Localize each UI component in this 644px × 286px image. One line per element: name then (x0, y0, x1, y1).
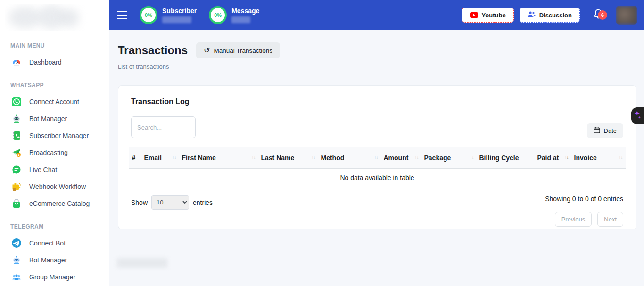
sparkle-small-icon: ✦ (638, 115, 641, 120)
sidebar-item-ecommerce-catalog[interactable]: eCommerce Catalog (0, 195, 109, 212)
subscriber-percent: 0% (145, 12, 152, 18)
date-filter-button[interactable]: Date (587, 123, 623, 138)
notification-count-badge: 6 (598, 10, 607, 20)
shopping-bag-icon (11, 198, 22, 209)
column-header-email[interactable]: Email↑↓ (141, 147, 179, 169)
discussion-button-label: Discussion (539, 12, 572, 19)
sidebar-item-label: Broadcasting (29, 149, 68, 156)
transaction-log-card: Transaction Log Date # Email↑↓ (118, 85, 636, 229)
sidebar-item-bot-manager-telegram[interactable]: Bot Manager (0, 252, 109, 269)
sidebar-item-bot-manager-whatsapp[interactable]: Bot Manager (0, 110, 109, 127)
discussion-users-icon (528, 11, 536, 19)
message-stat: 0% Message (209, 6, 259, 24)
section-label-telegram: TELEGRAM (0, 223, 109, 230)
subscriber-stat: 0% Subscriber (140, 6, 197, 24)
broadcast-icon: 1 (11, 147, 22, 158)
column-header-index: # (129, 147, 141, 169)
hamburger-menu-icon[interactable] (117, 9, 127, 21)
next-button[interactable]: Next (597, 212, 623, 227)
sidebar-item-group-manager[interactable]: Group Manager (0, 269, 109, 286)
manual-transactions-label: Manual Transactions (214, 47, 272, 54)
sidebar: MAIN MENU Dashboard WHATSAPP Connect Acc… (0, 0, 109, 286)
sidebar-item-label: Subscriber Manager (29, 132, 89, 139)
sidebar-item-dashboard[interactable]: Dashboard (0, 54, 109, 71)
date-button-label: Date (604, 127, 617, 134)
table-header-row: # Email↑↓ First Name↑↓ Last Name↑↓ Metho… (129, 147, 626, 169)
column-header-package[interactable]: Package↑↓ (421, 147, 477, 169)
sidebar-item-live-chat[interactable]: Live Chat (0, 161, 109, 178)
sort-icon: ↑↓ (312, 155, 315, 160)
user-avatar[interactable] (616, 6, 637, 25)
chat-bubble-icon (11, 164, 22, 175)
top-header: 0% Subscriber 0% Message Youtube Discuss… (109, 0, 644, 30)
show-label: Show (131, 199, 148, 206)
column-header-last-name[interactable]: Last Name↑↓ (258, 147, 318, 169)
section-label-whatsapp: WHATSAPP (0, 82, 109, 89)
sort-icon: ↑↓ (374, 155, 378, 160)
sidebar-item-label: Dashboard (29, 58, 62, 66)
discussion-button[interactable]: Discussion (520, 8, 580, 23)
footer-text-blurred (117, 258, 167, 268)
subscriber-stat-label: Subscriber (162, 7, 197, 15)
sidebar-item-label: Group Manager (29, 273, 75, 281)
robot-icon (11, 114, 22, 124)
sidebar-item-connect-account[interactable]: Connect Account (0, 93, 109, 110)
column-header-invoice[interactable]: Invoice↑↓ (571, 147, 626, 169)
history-icon: ↺ (204, 47, 210, 54)
showing-entries-text: Showing 0 to 0 of 0 entries (545, 195, 623, 203)
app-logo[interactable] (5, 4, 104, 31)
sidebar-item-label: eCommerce Catalog (29, 200, 90, 207)
sidebar-item-label: Bot Manager (29, 115, 67, 123)
ai-assistant-button[interactable]: ✦ ✦ (631, 107, 644, 124)
previous-button[interactable]: Previous (555, 212, 592, 227)
sidebar-item-broadcasting[interactable]: 1 Broadcasting (0, 144, 109, 161)
sort-icon: ↑↓ (470, 155, 474, 160)
message-progress-ring: 0% (209, 6, 227, 24)
card-title: Transaction Log (131, 98, 636, 106)
entries-per-page-select[interactable]: 10 (151, 195, 189, 210)
sidebar-item-label: Connect Account (29, 98, 79, 106)
sort-icon-active: ↑↓ (565, 155, 569, 160)
subscriber-progress-ring: 0% (140, 6, 157, 24)
sort-icon: ↑↓ (173, 155, 176, 160)
notifications-button[interactable]: 6 (593, 8, 603, 22)
column-header-billing-cycle[interactable]: Billing Cycle (477, 147, 535, 169)
robot-icon-blue (11, 255, 22, 265)
section-label-main-menu: MAIN MENU (0, 42, 109, 49)
svg-text:1: 1 (18, 153, 20, 156)
column-header-amount[interactable]: Amount↑↓ (381, 147, 421, 169)
calendar-icon (594, 127, 600, 135)
main-content: Transactions ↺ Manual Transactions List … (109, 30, 644, 286)
column-header-method[interactable]: Method↑↓ (318, 147, 381, 169)
youtube-button-label: Youtube (482, 12, 506, 19)
search-input[interactable] (131, 116, 196, 138)
puzzle-icon (11, 181, 22, 192)
message-stat-value-blurred (231, 16, 250, 23)
sidebar-item-label: Connect Bot (29, 239, 66, 247)
youtube-button[interactable]: Youtube (462, 8, 514, 23)
entries-label: entries (193, 199, 213, 206)
telegram-icon (11, 238, 22, 248)
sort-icon: ↑↓ (415, 155, 419, 160)
page-subtitle: List of transactions (118, 63, 644, 70)
sidebar-item-label: Live Chat (29, 166, 57, 173)
subscriber-stat-value-blurred (162, 16, 191, 23)
sidebar-item-label: Webhook Workflow (29, 183, 86, 190)
sidebar-item-connect-bot[interactable]: Connect Bot (0, 235, 109, 252)
sort-icon: ↑↓ (252, 155, 256, 160)
sidebar-item-subscriber-manager[interactable]: Subscriber Manager (0, 127, 109, 144)
dashboard-gauge-icon (11, 57, 22, 67)
column-header-paid-at[interactable]: Paid at↑↓ (535, 147, 571, 169)
contact-book-icon (11, 131, 22, 141)
sidebar-item-webhook-workflow[interactable]: Webhook Workflow (0, 178, 109, 195)
page-title: Transactions (118, 44, 188, 57)
message-percent: 0% (214, 12, 222, 18)
empty-table-row: No data available in table (129, 169, 626, 187)
message-stat-label: Message (231, 7, 259, 15)
whatsapp-icon (11, 97, 22, 107)
transactions-table: # Email↑↓ First Name↑↓ Last Name↑↓ Metho… (129, 147, 626, 187)
manual-transactions-button[interactable]: ↺ Manual Transactions (196, 42, 280, 58)
sort-icon: ↑↓ (619, 155, 623, 160)
column-header-first-name[interactable]: First Name↑↓ (179, 147, 258, 169)
youtube-icon (470, 12, 478, 18)
